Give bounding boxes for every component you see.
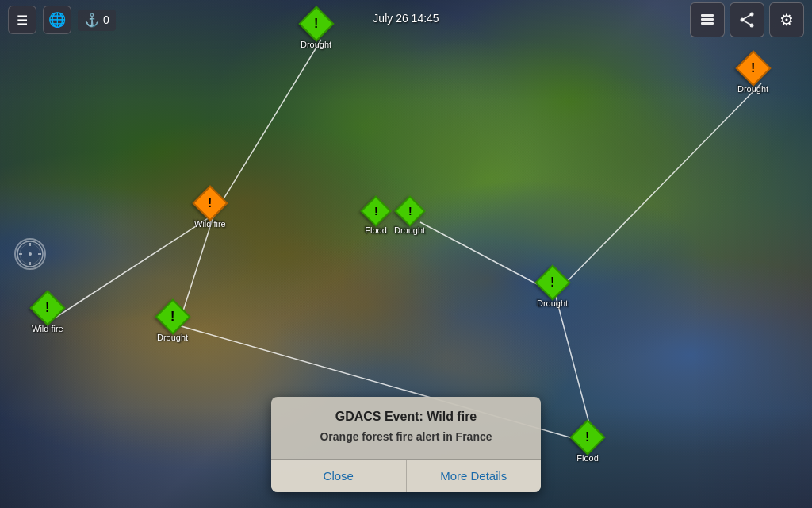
popup-close-button[interactable]: Close (271, 460, 407, 492)
popup-description: Orange forest fire alert in France (287, 430, 525, 443)
marker-wildfire-green[interactable]: ! Wild fire (32, 295, 63, 333)
anchor-icon: ⚓ (84, 13, 100, 28)
settings-button[interactable]: ⚙ (769, 2, 804, 37)
compass-icon (16, 240, 44, 268)
svg-point-14 (29, 252, 32, 256)
svg-rect-1 (701, 18, 714, 21)
anchor-count: 0 (103, 13, 109, 26)
menu-button[interactable]: ☰ (8, 6, 36, 34)
marker-drought-italy[interactable]: ! Drought (394, 200, 425, 235)
svg-line-6 (742, 14, 752, 20)
marker-flood-2[interactable]: ! Flood (575, 425, 600, 463)
globe-button[interactable]: 🌐 (43, 6, 71, 34)
settings-icon: ⚙ (779, 10, 794, 29)
globe-icon: 🌐 (48, 11, 66, 29)
marker-flood-1[interactable]: ! Flood (365, 200, 387, 235)
marker-exclaim: ! (751, 61, 755, 75)
toolbar-right: ⚙ (690, 2, 804, 37)
marker-exclaim: ! (208, 196, 212, 210)
layers-button[interactable] (690, 2, 725, 37)
layers-icon (699, 11, 716, 29)
compass (14, 238, 46, 270)
menu-icon: ☰ (17, 13, 28, 28)
datetime-display: July 26 14:45 (373, 12, 439, 25)
marker-drought-greece[interactable]: ! Drought (537, 270, 568, 308)
popup-buttons: Close More Details (271, 459, 541, 492)
share-button[interactable] (730, 2, 764, 37)
event-popup: GDACS Event: Wild fire Orange forest fir… (271, 397, 541, 492)
marker-exclaim: ! (374, 205, 378, 217)
marker-exclaim: ! (170, 310, 174, 324)
marker-drought-orange[interactable]: ! Drought (737, 56, 768, 94)
popup-title: GDACS Event: Wild fire (287, 410, 525, 424)
toolbar-left: ☰ 🌐 ⚓ 0 (8, 6, 116, 34)
marker-exclaim: ! (408, 205, 412, 217)
marker-exclaim: ! (585, 430, 589, 444)
popup-details-button[interactable]: More Details (407, 460, 542, 492)
marker-drought-spain[interactable]: ! Drought (157, 304, 188, 342)
share-icon (738, 11, 756, 29)
map-container: ☰ 🌐 ⚓ 0 July 26 14:45 (0, 0, 812, 508)
anchor-indicator: ⚓ 0 (78, 10, 116, 31)
svg-line-7 (742, 20, 752, 25)
marker-wildfire-orange[interactable]: ! Wild fire (194, 190, 226, 229)
top-toolbar: ☰ 🌐 ⚓ 0 July 26 14:45 (0, 0, 812, 40)
svg-rect-2 (701, 22, 714, 25)
popup-content: GDACS Event: Wild fire Orange forest fir… (271, 397, 541, 459)
marker-exclaim: ! (45, 301, 49, 315)
svg-rect-0 (701, 14, 714, 17)
marker-exclaim: ! (550, 275, 554, 290)
